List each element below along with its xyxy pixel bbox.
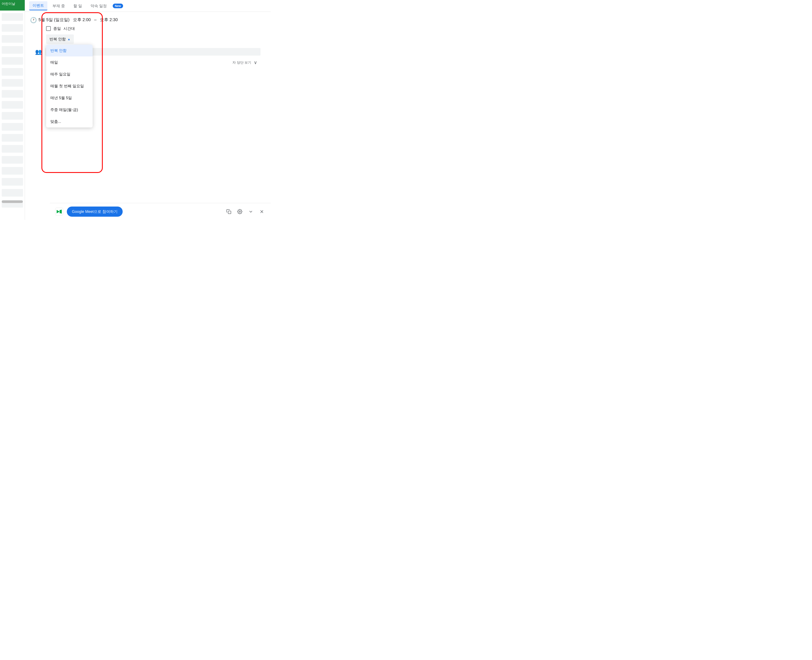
repeat-option-weekly-sunday[interactable]: 매주 일요일 (46, 68, 93, 80)
repeat-dropdown-menu: 반복 안함 매일 매주 일요일 매월 첫 번째 일요일 매년 5월 5일 주중 … (46, 44, 93, 127)
event-form: 🕐 5월 5일 (일요일) 오후 2:00 – 오후 2:30 종일 시간대 반… (25, 12, 271, 65)
sidebar-item (2, 101, 23, 109)
new-badge: New (113, 3, 123, 8)
bottom-icons (225, 208, 265, 216)
svg-point-7 (239, 211, 240, 212)
sidebar-item (2, 57, 23, 65)
sidebar-green-bar: 어린이날 (0, 0, 25, 11)
svg-rect-6 (228, 211, 231, 214)
chevron-down-icon[interactable]: ∨ (254, 60, 257, 65)
event-time-end[interactable]: 오후 2:30 (100, 17, 118, 22)
repeat-dropdown-label: 반복 안함 (49, 36, 66, 42)
datetime-row: 5월 5일 (일요일) 오후 2:00 – 오후 2:30 (30, 17, 265, 22)
allday-label: 종일 (53, 26, 61, 31)
sidebar: 어린이날 (0, 0, 25, 220)
sidebar-item (2, 13, 23, 21)
sidebar-item (2, 134, 23, 142)
sidebar-item (2, 90, 23, 98)
tab-absence[interactable]: 부재 중 (49, 2, 68, 10)
tabs-row: 이벤트 부재 중 할 일 약속 일정 New (25, 0, 271, 12)
event-date[interactable]: 5월 5일 (일요일) (38, 17, 70, 22)
close-button[interactable] (258, 208, 265, 216)
repeat-option-monthly-first-sunday[interactable]: 매월 첫 번째 일요일 (46, 80, 93, 92)
allday-row: 종일 시간대 (30, 26, 265, 31)
sidebar-item (2, 112, 23, 120)
sidebar-item (2, 189, 23, 197)
sidebar-item (2, 156, 23, 163)
time-separator: – (94, 17, 97, 22)
clock-icon-wrap: 🕐 (30, 17, 37, 24)
sidebar-item (2, 79, 23, 87)
tab-task[interactable]: 할 일 (70, 2, 86, 10)
sidebar-item (2, 123, 23, 131)
sidebar-scrollbar[interactable] (2, 200, 23, 203)
sidebar-item (2, 178, 23, 186)
settings-icon-button[interactable] (236, 208, 243, 216)
main-content: 이벤트 부재 중 할 일 약속 일정 New 🕐 5월 5일 (일요일) 오후 … (25, 0, 271, 220)
google-meet-button[interactable]: Google Meet으로 참여하기 (67, 206, 122, 217)
tab-event[interactable]: 이벤트 (29, 1, 48, 10)
repeat-option-yearly[interactable]: 매년 5월 5일 (46, 92, 93, 104)
dropdown-arrow-icon: ▲ (67, 37, 70, 41)
more-attendees-text: 자 당단 보기 (232, 60, 251, 65)
sidebar-item (2, 46, 23, 54)
repeat-option-weekdays[interactable]: 주중 매일(월-금) (46, 104, 93, 116)
repeat-dropdown-button[interactable]: 반복 안함 ▲ (46, 35, 74, 44)
repeat-dropdown-wrap: 반복 안함 ▲ 반복 안함 매일 매주 일요일 매월 첫 번째 일요일 매년 5… (30, 35, 265, 44)
allday-checkbox[interactable] (46, 26, 51, 31)
sidebar-item (2, 35, 23, 43)
repeat-option-custom[interactable]: 맞춤... (46, 116, 93, 127)
sidebar-item (2, 68, 23, 76)
google-meet-icon (55, 207, 64, 216)
expand-chevron-icon-button[interactable] (247, 208, 254, 216)
tab-appointment[interactable]: 약속 일정 (87, 2, 110, 10)
guest-icon: 👥 (35, 49, 42, 55)
event-time-start[interactable]: 오후 2:00 (73, 17, 91, 22)
bottom-bar: Google Meet으로 참여하기 (50, 203, 271, 220)
copy-icon-button[interactable] (225, 208, 233, 216)
clock-icon: 🕐 (30, 17, 37, 23)
sidebar-content (0, 11, 25, 210)
repeat-option-daily[interactable]: 매일 (46, 56, 93, 68)
sidebar-title: 어린이날 (0, 0, 25, 8)
timezone-label[interactable]: 시간대 (64, 26, 75, 31)
repeat-option-none[interactable]: 반복 안함 (46, 44, 93, 56)
sidebar-item (2, 167, 23, 175)
sidebar-item (2, 24, 23, 32)
sidebar-item (2, 145, 23, 152)
